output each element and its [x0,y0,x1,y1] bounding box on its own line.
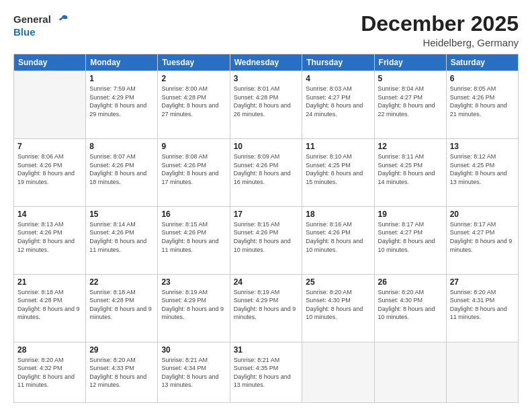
calendar-row: 7Sunrise: 8:06 AMSunset: 4:26 PMDaylight… [14,139,519,207]
day-number: 13 [450,142,515,151]
day-number: 28 [17,345,82,355]
day-info: Sunrise: 8:20 AMSunset: 4:30 PMDaylight:… [378,289,435,321]
table-row [14,71,86,139]
day-number: 25 [306,277,370,287]
day-info: Sunrise: 8:01 AMSunset: 4:28 PMDaylight:… [234,85,291,118]
logo-blue-text: Blue [13,27,36,38]
day-info: Sunrise: 8:16 AMSunset: 4:26 PMDaylight:… [306,221,363,253]
day-info: Sunrise: 8:20 AMSunset: 4:31 PMDaylight:… [450,289,507,321]
calendar-subtitle: Heidelberg, Germany [361,37,519,48]
table-row: 25Sunrise: 8:20 AMSunset: 4:30 PMDayligh… [302,274,374,342]
day-info: Sunrise: 8:04 AMSunset: 4:27 PMDaylight:… [378,85,435,118]
day-info: Sunrise: 8:12 AMSunset: 4:25 PMDaylight:… [450,153,507,185]
table-row: 8Sunrise: 8:07 AMSunset: 4:26 PMDaylight… [86,139,158,207]
day-info: Sunrise: 8:20 AMSunset: 4:30 PMDaylight:… [306,289,363,321]
logo-general-text: General [13,14,51,26]
day-info: Sunrise: 8:17 AMSunset: 4:27 PMDaylight:… [378,221,435,253]
day-number: 23 [161,277,226,287]
calendar-title: December 2025 [361,12,519,36]
table-row: 28Sunrise: 8:20 AMSunset: 4:32 PMDayligh… [14,342,86,403]
day-number: 17 [234,210,299,219]
day-number: 18 [306,210,370,219]
col-wednesday: Wednesday [230,54,302,71]
day-info: Sunrise: 8:09 AMSunset: 4:26 PMDaylight:… [234,153,291,185]
day-info: Sunrise: 8:14 AMSunset: 4:26 PMDaylight:… [89,221,146,253]
calendar-body: 1Sunrise: 7:59 AMSunset: 4:29 PMDaylight… [14,71,519,403]
day-number: 4 [306,74,370,83]
day-info: Sunrise: 8:10 AMSunset: 4:25 PMDaylight:… [306,153,363,185]
day-number: 7 [17,142,82,151]
day-info: Sunrise: 8:13 AMSunset: 4:26 PMDaylight:… [17,221,75,253]
day-number: 30 [161,345,226,355]
calendar-header-row: Sunday Monday Tuesday Wednesday Thursday… [14,54,519,71]
table-row: 9Sunrise: 8:08 AMSunset: 4:26 PMDaylight… [158,139,230,207]
table-row: 23Sunrise: 8:19 AMSunset: 4:29 PMDayligh… [158,274,230,342]
table-row: 12Sunrise: 8:11 AMSunset: 4:25 PMDayligh… [374,139,446,207]
day-info: Sunrise: 7:59 AMSunset: 4:29 PMDaylight:… [89,85,146,118]
col-tuesday: Tuesday [158,54,230,71]
day-info: Sunrise: 8:19 AMSunset: 4:29 PMDaylight:… [234,289,296,321]
page: General Blue December 2025 Heidelberg, G… [0,0,532,411]
calendar-row: 1Sunrise: 7:59 AMSunset: 4:29 PMDaylight… [14,71,519,139]
day-number: 10 [234,142,299,151]
day-info: Sunrise: 8:08 AMSunset: 4:26 PMDaylight:… [161,153,218,185]
day-info: Sunrise: 8:03 AMSunset: 4:27 PMDaylight:… [306,85,363,118]
table-row: 7Sunrise: 8:06 AMSunset: 4:26 PMDaylight… [14,139,86,207]
table-row: 27Sunrise: 8:20 AMSunset: 4:31 PMDayligh… [446,274,518,342]
table-row [374,342,446,403]
day-number: 12 [378,142,443,151]
day-info: Sunrise: 8:20 AMSunset: 4:33 PMDaylight:… [89,357,146,389]
day-number: 6 [450,74,515,83]
day-number: 27 [450,277,515,287]
table-row: 17Sunrise: 8:15 AMSunset: 4:26 PMDayligh… [230,206,302,274]
table-row: 4Sunrise: 8:03 AMSunset: 4:27 PMDaylight… [302,71,374,139]
calendar-row: 14Sunrise: 8:13 AMSunset: 4:26 PMDayligh… [14,206,519,274]
table-row: 29Sunrise: 8:20 AMSunset: 4:33 PMDayligh… [86,342,158,403]
table-row: 14Sunrise: 8:13 AMSunset: 4:26 PMDayligh… [14,206,86,274]
table-row: 20Sunrise: 8:17 AMSunset: 4:27 PMDayligh… [446,206,518,274]
day-info: Sunrise: 8:19 AMSunset: 4:29 PMDaylight:… [161,289,224,321]
day-info: Sunrise: 8:00 AMSunset: 4:28 PMDaylight:… [161,85,218,118]
day-number: 5 [378,74,443,83]
day-number: 1 [89,74,154,83]
day-info: Sunrise: 8:07 AMSunset: 4:26 PMDaylight:… [89,153,146,185]
table-row: 30Sunrise: 8:21 AMSunset: 4:34 PMDayligh… [158,342,230,403]
table-row: 16Sunrise: 8:15 AMSunset: 4:26 PMDayligh… [158,206,230,274]
col-sunday: Sunday [14,54,86,71]
table-row: 26Sunrise: 8:20 AMSunset: 4:30 PMDayligh… [374,274,446,342]
table-row: 15Sunrise: 8:14 AMSunset: 4:26 PMDayligh… [86,206,158,274]
table-row: 19Sunrise: 8:17 AMSunset: 4:27 PMDayligh… [374,206,446,274]
table-row: 10Sunrise: 8:09 AMSunset: 4:26 PMDayligh… [230,139,302,207]
day-number: 26 [378,277,443,287]
day-info: Sunrise: 8:21 AMSunset: 4:34 PMDaylight:… [161,357,218,389]
table-row: 18Sunrise: 8:16 AMSunset: 4:26 PMDayligh… [302,206,374,274]
table-row: 22Sunrise: 8:18 AMSunset: 4:28 PMDayligh… [86,274,158,342]
table-row [302,342,374,403]
day-info: Sunrise: 8:05 AMSunset: 4:26 PMDaylight:… [450,85,507,118]
logo-bird-icon [54,12,69,27]
calendar-row: 28Sunrise: 8:20 AMSunset: 4:32 PMDayligh… [14,342,519,403]
day-number: 3 [234,74,299,83]
day-info: Sunrise: 8:20 AMSunset: 4:32 PMDaylight:… [17,357,75,389]
table-row: 11Sunrise: 8:10 AMSunset: 4:25 PMDayligh… [302,139,374,207]
header: General Blue December 2025 Heidelberg, G… [13,12,519,48]
table-row: 21Sunrise: 8:18 AMSunset: 4:28 PMDayligh… [14,274,86,342]
day-number: 8 [89,142,154,151]
day-info: Sunrise: 8:06 AMSunset: 4:26 PMDaylight:… [17,153,75,185]
day-info: Sunrise: 8:15 AMSunset: 4:26 PMDaylight:… [234,221,291,253]
day-info: Sunrise: 8:11 AMSunset: 4:25 PMDaylight:… [378,153,435,185]
day-number: 11 [306,142,370,151]
table-row: 6Sunrise: 8:05 AMSunset: 4:26 PMDaylight… [446,71,518,139]
day-number: 21 [17,277,82,287]
day-number: 16 [161,210,226,219]
col-thursday: Thursday [302,54,374,71]
day-number: 20 [450,210,515,219]
title-block: December 2025 Heidelberg, Germany [361,12,519,48]
day-info: Sunrise: 8:15 AMSunset: 4:26 PMDaylight:… [161,221,218,253]
day-info: Sunrise: 8:18 AMSunset: 4:28 PMDaylight:… [89,289,152,321]
col-friday: Friday [374,54,446,71]
day-info: Sunrise: 8:18 AMSunset: 4:28 PMDaylight:… [17,289,80,321]
day-info: Sunrise: 8:21 AMSunset: 4:35 PMDaylight:… [234,357,291,389]
day-info: Sunrise: 8:17 AMSunset: 4:27 PMDaylight:… [450,221,513,253]
day-number: 29 [89,345,154,355]
